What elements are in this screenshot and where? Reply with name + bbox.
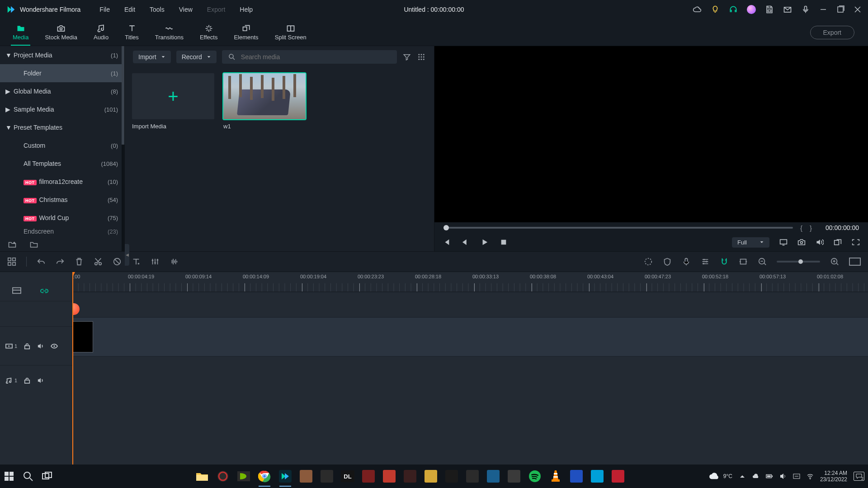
export-button[interactable]: Export — [810, 26, 854, 39]
prev-frame-icon[interactable] — [443, 239, 451, 246]
taskbar-app-app9[interactable] — [486, 469, 501, 484]
tab-media[interactable]: Media — [5, 19, 37, 46]
mute-icon[interactable] — [37, 343, 44, 349]
mark-in-icon[interactable]: { — [800, 224, 802, 232]
tab-titles[interactable]: Titles — [117, 19, 147, 46]
timeline-ruler[interactable]: 0:0000:00:04:1900:00:09:1400:00:14:0900:… — [72, 272, 868, 292]
taskbar-app-dl[interactable]: DL — [340, 469, 355, 484]
grid-view-icon[interactable] — [417, 53, 426, 61]
tree-item-sample-media[interactable]: ▶Sample Media(101) — [0, 100, 124, 118]
lock-icon[interactable] — [24, 377, 31, 384]
tree-scrollbar[interactable] — [122, 46, 124, 251]
mail-icon[interactable] — [783, 5, 792, 14]
folder-icon[interactable] — [30, 241, 38, 248]
taskbar-app-obs[interactable] — [215, 469, 231, 484]
marker-track[interactable] — [72, 292, 868, 317]
tab-effects[interactable]: Effects — [192, 19, 226, 46]
sliders-icon[interactable] — [151, 257, 160, 266]
stop-icon[interactable] — [500, 239, 508, 246]
maximize-icon[interactable] — [836, 5, 844, 14]
taskbar-app-explorer[interactable] — [194, 469, 210, 484]
mic-icon[interactable] — [801, 5, 810, 14]
wifi-icon[interactable] — [807, 473, 814, 480]
shield-icon[interactable] — [663, 257, 672, 266]
avatar-icon[interactable] — [747, 5, 756, 14]
detach-icon[interactable] — [834, 239, 842, 246]
filter-icon[interactable] — [402, 53, 411, 61]
undo-icon[interactable] — [37, 257, 46, 266]
monitor-icon[interactable] — [779, 239, 788, 246]
headset-icon[interactable] — [729, 5, 738, 14]
tree-item-endscreen[interactable]: Endscreen(23) — [0, 227, 124, 236]
audio-track[interactable] — [72, 356, 868, 386]
tab-split-screen[interactable]: Split Screen — [267, 19, 315, 46]
task-view-icon[interactable] — [42, 471, 52, 482]
delete-icon[interactable] — [75, 257, 84, 266]
taskbar-app-app11[interactable] — [569, 469, 584, 484]
voiceover-icon[interactable] — [682, 257, 691, 266]
onedrive-icon[interactable] — [752, 473, 760, 480]
tree-item-preset-templates[interactable]: ▼Preset Templates — [0, 118, 124, 136]
search-box[interactable] — [222, 50, 397, 64]
menu-file[interactable]: File — [93, 4, 116, 15]
menu-help[interactable]: Help — [233, 4, 259, 15]
save-icon[interactable] — [765, 5, 774, 14]
play-rev-icon[interactable] — [462, 239, 470, 246]
mute-icon[interactable] — [37, 377, 44, 384]
eye-icon[interactable] — [51, 343, 58, 349]
tree-item-project-media[interactable]: ▼Project Media(1) — [0, 46, 124, 64]
tab-transitions[interactable]: Transitions — [147, 19, 192, 46]
taskbar-app-filmora[interactable] — [278, 469, 293, 484]
tab-elements[interactable]: Elements — [226, 19, 266, 46]
lock-icon[interactable] — [24, 343, 31, 349]
tree-item-folder[interactable]: Folder(1) — [0, 64, 124, 82]
language-icon[interactable] — [793, 473, 800, 480]
taskbar-app-app7[interactable] — [444, 469, 459, 484]
search-input[interactable] — [241, 53, 392, 61]
taskbar-app-vlc[interactable] — [548, 469, 563, 484]
prohibit-icon[interactable] — [113, 257, 122, 266]
taskbar-app-app3[interactable] — [361, 469, 376, 484]
tab-stock-media[interactable]: Stock Media — [37, 19, 85, 46]
close-icon[interactable] — [854, 5, 862, 14]
video-track[interactable] — [72, 317, 868, 356]
cloud-icon[interactable] — [693, 5, 702, 14]
marker-icon[interactable] — [739, 257, 748, 266]
fullscreen-icon[interactable] — [852, 239, 860, 246]
new-folder-icon[interactable] — [8, 241, 16, 248]
tree-item-global-media[interactable]: ▶Global Media(8) — [0, 82, 124, 100]
record-dropdown[interactable]: Record — [176, 51, 217, 63]
media-tile-import-media[interactable]: +Import Media — [132, 73, 214, 130]
zoom-in-icon[interactable] — [830, 257, 839, 266]
redo-icon[interactable] — [56, 257, 65, 266]
taskbar-app-spotify[interactable] — [527, 469, 542, 484]
zoom-fit-icon[interactable] — [849, 258, 861, 266]
play-icon[interactable] — [481, 239, 489, 246]
taskbar-app-app2[interactable] — [319, 469, 335, 484]
start-icon[interactable] — [4, 471, 14, 482]
taskbar-app-app12[interactable] — [590, 469, 605, 484]
text-tool-icon[interactable] — [132, 257, 141, 266]
video-thumb[interactable] — [223, 73, 306, 119]
taskbar-app-app1[interactable] — [298, 469, 314, 484]
tab-audio[interactable]: Audio — [85, 19, 117, 46]
preview-scrubber[interactable] — [443, 227, 793, 229]
taskbar-app-app6[interactable] — [423, 469, 439, 484]
video-clip[interactable] — [72, 321, 93, 352]
minimize-icon[interactable] — [819, 5, 827, 14]
volume-tray-icon[interactable] — [779, 473, 787, 480]
media-tile-w1[interactable]: w1 — [223, 73, 306, 130]
marker-icon[interactable] — [72, 303, 80, 315]
collapse-handle[interactable]: ◀ — [125, 244, 129, 266]
magnet-icon[interactable] — [720, 257, 729, 266]
mixer-icon[interactable] — [701, 257, 710, 266]
cut-icon[interactable] — [94, 257, 103, 266]
playhead[interactable] — [72, 272, 73, 465]
tree-item-christmas[interactable]: HOTChristmas(54) — [0, 191, 124, 209]
import-dropdown[interactable]: Import — [133, 51, 171, 63]
track-options-icon[interactable] — [12, 286, 22, 295]
menu-view[interactable]: View — [173, 4, 199, 15]
tree-item-all-templates[interactable]: All Templates(1084) — [0, 155, 124, 173]
taskbar-app-chrome[interactable] — [257, 469, 272, 484]
chevron-up-icon[interactable] — [739, 473, 746, 480]
